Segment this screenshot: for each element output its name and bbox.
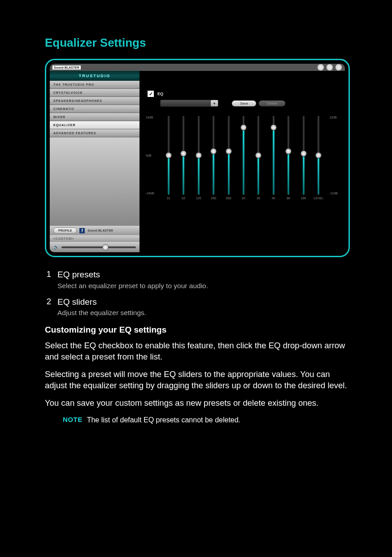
sidebar-item-crystalvoice[interactable]: CRYSTALVOICE [50, 89, 139, 97]
facebook-icon[interactable]: f [79, 228, 85, 233]
sidebar-item-cinematic[interactable]: CINEMATIC [50, 105, 139, 113]
item-number: 1 [45, 269, 51, 291]
brand-tab: TRUSTUDIO [50, 71, 139, 81]
eq-slider-level[interactable]: LEVEL [313, 116, 324, 201]
eq-slider-62[interactable]: 62 [178, 116, 189, 201]
sidebar-item-equalizer[interactable]: EQUALIZER [50, 121, 139, 129]
eq-slider-1k[interactable]: 1K [238, 116, 249, 201]
chevron-down-icon[interactable]: ▼ [211, 100, 218, 106]
item-title: EQ presets [57, 269, 347, 281]
slider-freq-label: 31 [167, 197, 170, 200]
eq-slider-16k[interactable]: 16K [298, 116, 309, 201]
save-button[interactable]: Save [232, 101, 256, 106]
eq-slider-31[interactable]: 31 [163, 116, 174, 201]
db-labels-left: 24dB 0dB -24dB [146, 116, 154, 201]
speaker-icon[interactable]: 🔊 [53, 245, 59, 250]
slider-freq-label: 62 [182, 197, 185, 200]
volume-slider[interactable] [61, 246, 136, 248]
slider-freq-label: 1K [242, 197, 246, 200]
close-button[interactable] [335, 64, 342, 71]
window-controls [317, 64, 342, 71]
paragraph: Selecting a preset will move the EQ slid… [45, 369, 347, 391]
sidebar-item-advanced-features[interactable]: ADVANCED FEATURES [50, 129, 139, 137]
slider-freq-label: 250 [211, 197, 216, 200]
item-number: 2 [45, 296, 51, 318]
sidebar-item-mixer[interactable]: MIXER [50, 113, 139, 121]
main-pane: ✓ EQ ▼ Save Delete 24dB 0dB -24 [139, 71, 345, 252]
eq-slider-4k[interactable]: 4K [268, 116, 279, 201]
item-title: EQ sliders [57, 296, 347, 308]
paragraph: Select the EQ checkbox to enable this fe… [45, 340, 347, 363]
eq-sliders: 24dB 0dB -24dB 31621252505001K2K4K8K16KL… [148, 116, 337, 201]
eq-slider-8k[interactable]: 8K [283, 116, 294, 201]
slider-freq-label: LEVEL [314, 197, 323, 200]
profile-button[interactable]: PROFILE [53, 228, 77, 233]
sidebar-menu: THX TRUSTUDIO PROCRYSTALVOICESPEAKERS/HE… [50, 81, 139, 137]
page-title: Equalizer Settings [45, 36, 347, 50]
eq-slider-250[interactable]: 250 [208, 116, 219, 201]
slider-freq-label: 16K [301, 197, 306, 200]
profile-row: PROFILE f Sound BLASTER [50, 226, 139, 235]
eq-slider-2k[interactable]: 2K [253, 116, 264, 201]
eq-preset-dropdown[interactable]: ▼ [160, 100, 218, 107]
slider-freq-label: 4K [272, 197, 276, 200]
note-label: NOTE [63, 415, 83, 424]
list-item: 2EQ slidersAdjust the equalizer settings… [45, 296, 347, 318]
paragraph: You can save your custom settings as new… [45, 398, 347, 409]
slider-freq-label: 500 [226, 197, 231, 200]
screenshot-frame: Sound BLASTER TRUSTUDIO THX TRUSTUDIO PR… [45, 59, 350, 257]
sidebar-item-thx-trustudio-pro[interactable]: THX TRUSTUDIO PRO [50, 81, 139, 89]
slider-freq-label: 2K [257, 197, 261, 200]
app-logo: Sound BLASTER [52, 66, 81, 70]
item-desc: Adjust the equalizer settings. [57, 308, 347, 318]
eq-label: EQ [157, 92, 163, 96]
eq-slider-500[interactable]: 500 [223, 116, 234, 201]
slider-freq-label: 8K [287, 197, 291, 200]
subheading: Customizing your EQ settings [45, 324, 347, 336]
titlebar: Sound BLASTER [50, 64, 345, 71]
minimize-button[interactable] [326, 64, 333, 71]
delete-button[interactable]: Delete [259, 101, 285, 106]
list-item: 1EQ presetsSelect an equalizer preset to… [45, 269, 347, 291]
slider-freq-label: 125 [196, 197, 201, 200]
note-row: NOTE The list of default EQ presets cann… [45, 415, 347, 425]
app-window: Sound BLASTER TRUSTUDIO THX TRUSTUDIO PR… [50, 64, 345, 252]
custom-label[interactable]: <CUSTOM> [50, 235, 139, 242]
item-desc: Select an equalizer preset to apply to y… [57, 281, 347, 291]
document-body: 1EQ presetsSelect an equalizer preset to… [45, 269, 347, 425]
volume-row: 🔊 [50, 242, 139, 252]
footer-logo: Sound BLASTER [87, 229, 113, 232]
note-text: The list of default EQ presets cannot be… [87, 415, 240, 425]
sidebar: TRUSTUDIO THX TRUSTUDIO PROCRYSTALVOICES… [50, 71, 139, 252]
help-button[interactable] [317, 64, 324, 71]
db-labels-right: 12dB 0 -12dB [329, 116, 338, 201]
eq-checkbox[interactable]: ✓ [148, 91, 154, 97]
eq-slider-125[interactable]: 125 [193, 116, 204, 201]
sidebar-item-speakers-headphones[interactable]: SPEAKERS/HEADPHONES [50, 97, 139, 105]
eq-presets-row: ▼ Save Delete [148, 100, 337, 107]
